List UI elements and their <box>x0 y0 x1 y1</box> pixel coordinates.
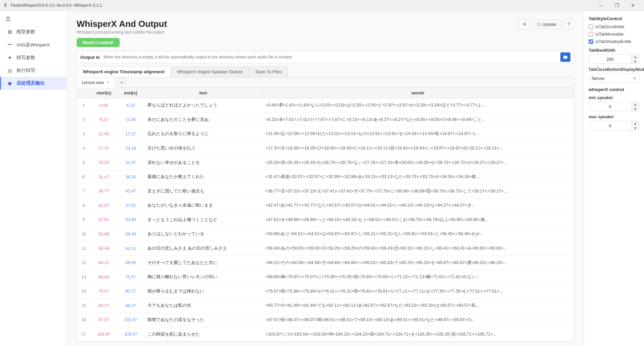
sidebar-item-execute-transcribe[interactable]: ◎执行转写 <box>0 64 67 77</box>
cell-end: 69.69 <box>117 256 144 270</box>
table-row: 3 11.95 17.37 忘れたものを取りに帰るように <11.95>忘<12… <box>77 127 574 141</box>
tab-close-btn-dropdown[interactable]: Nerver ▼ <box>589 74 639 83</box>
mac-speaker-down[interactable]: ▼ <box>632 126 639 130</box>
theme-toggle-button[interactable]: ☀ <box>519 19 530 30</box>
cell-start: 75.57 <box>90 284 117 299</box>
cell-end: 75.57 <box>117 270 144 284</box>
titlebar-controls: ─ ❐ ✕ <box>593 0 641 11</box>
cell-words: <25.33>戻<26.33>;<26.33>わ<26.75>;<26.75>な… <box>262 156 574 170</box>
cell-text: 未だにあなたのことを夢に見ぬ <box>144 113 262 127</box>
update-button[interactable]: ⬡ Update <box>532 20 561 29</box>
table-row: 6 31.47 36.35 最後にあなたが教えてくれた <31.47>最後<32… <box>77 170 574 184</box>
help-button[interactable]: ? <box>563 19 574 30</box>
tab-max-width-up[interactable]: ▲ <box>632 54 639 59</box>
output-to-input[interactable] <box>103 55 557 59</box>
app-container: ☰ ⊞模型参数〜VAD及WhisperX✦转写参数◎执行转写◈后处理及输出 Wh… <box>0 11 644 346</box>
minimize-button[interactable]: ─ <box>593 0 608 11</box>
cell-num: 9 <box>77 213 90 227</box>
table-row: 14 75.57 80.77 雨が降り止むまでは帰れない <75.57>雨<75… <box>77 284 574 299</box>
cell-num: 5 <box>77 156 90 170</box>
cell-text: 古びた思い出の埃を払う <box>144 141 262 156</box>
cell-end: 58.49 <box>117 227 144 242</box>
app-icon: 🎙 <box>3 3 8 8</box>
table-row: 9 47.61 53.89 きっともうこれ以上傷つくことなど <47.61>き<… <box>77 213 574 227</box>
tab-max-width-spinner[interactable]: 200 ▲ ▼ <box>589 54 639 64</box>
titlebar-title: FasterWhisperGUI-0.3.0--fw-0.9.0--Whispe… <box>8 3 593 8</box>
cell-end: 36.35 <box>117 170 144 184</box>
sidebar-item-vad-whisperx[interactable]: 〜VAD及WhisperX <box>0 38 67 51</box>
right-panel: TabStyleControl isTabScrollAble isTabMov… <box>584 11 644 346</box>
sidebar-item-post-output[interactable]: ◈后处理及输出 <box>0 77 67 90</box>
tab-close-btn-value: Nerver <box>592 76 605 81</box>
tab-max-width-down[interactable]: ▼ <box>632 59 639 64</box>
cell-words: <47.61>き<48.89>;<48.89>っと<49.15>;<49.15>… <box>262 213 574 227</box>
results-table: start(s) end(s) text words 1 0.69 6.23 夢… <box>77 88 574 342</box>
cell-num: 15 <box>77 299 90 313</box>
tab-style-control-title: TabStyleControl <box>589 16 639 21</box>
cell-end: 64.21 <box>117 241 144 256</box>
table-row: 17 103.97 109.57 この時節を彩に染まらせた <103.97>この… <box>77 327 574 342</box>
col-end: end(s) <box>117 88 144 98</box>
cell-words: <31.47>最後<32.07>;<32.07>に<32.99>;<32.99>… <box>262 170 574 184</box>
cell-num: 6 <box>77 170 90 184</box>
mac-speaker-spinner[interactable]: 0 ▲ ▼ <box>589 121 639 130</box>
add-file-tab-button[interactable]: + <box>117 78 126 87</box>
cell-words: <17.37>古<18.05>;<18.05>び<18.45>;<18.45>た… <box>262 141 574 156</box>
cell-text: そのすべてを愛してたあなたと共に <box>144 256 262 270</box>
sidebar-icon-vad-whisperx: 〜 <box>6 42 13 48</box>
checkbox-isTabScrollAble[interactable] <box>589 25 593 29</box>
checkbox-label-isTabScrollAble: isTabScrollAble <box>596 25 624 29</box>
cell-text: あなたがいなきゃ永遠に暗いまま <box>144 199 262 213</box>
cell-words: <103.97>この<103.54>;<103.54>時<104.23>;<10… <box>262 327 574 342</box>
cell-start: 58.49 <box>90 241 117 256</box>
cell-words: <97.57>暗<98.07>;<98.07>闇<98.51>;<98.51>で… <box>262 313 574 327</box>
min-speaker-label: min speaker <box>589 95 639 100</box>
checkbox-isTabShadowEnble[interactable] <box>589 39 593 44</box>
min-speaker-up[interactable]: ▲ <box>632 102 639 106</box>
close-tab-icon[interactable]: ✕ <box>106 81 109 84</box>
close-button[interactable]: ✕ <box>625 0 641 11</box>
sidebar-menu-icon[interactable]: ☰ <box>1 12 15 26</box>
tab-timestamp[interactable]: WhisperX engine Timestamp alignment <box>77 67 171 77</box>
table-panel: Lemon.wav ✕ + start(s) end(s) text words <box>77 77 574 342</box>
cell-words: <75.57>雨<75.89>;<75.89>が<76.31>;<76.31>降… <box>262 284 574 299</box>
mac-speaker-label: mac speaker <box>589 115 639 119</box>
cell-words: <69.69>胸<70.07>;<70.07>に<70.35>;<70.35>残… <box>262 270 574 284</box>
cell-end: 53.89 <box>117 213 144 227</box>
cell-words: <0.69>夢<1.43>;<1.43>なら<2.03>;<2.03>ば<2.5… <box>262 98 574 113</box>
table-row: 7 36.77 42.47 言えずに隠してた暗い過去も <36.77>言<37.… <box>77 184 574 199</box>
cell-start: 31.47 <box>90 170 117 184</box>
col-words: words <box>262 88 574 98</box>
mac-speaker-up[interactable]: ▲ <box>632 121 639 126</box>
table-row: 10 53.89 58.49 ありはしないとわかっている <53.89>あり<5… <box>77 227 574 242</box>
maximize-button[interactable]: ❐ <box>609 0 625 11</box>
cell-end: 6.23 <box>117 98 144 113</box>
cell-words: <58.49>あの<59.03>;<59.03>日<59.25>;<59.25>… <box>262 241 574 256</box>
checkbox-row-isTabMoveable: isTabMoveable <box>589 32 639 37</box>
cell-num: 17 <box>77 327 90 342</box>
table-row: 11 58.49 64.21 あの日の悲しみさえ あの日の苦しみさえ <58.4… <box>77 241 574 256</box>
cell-start: 0.69 <box>90 98 117 113</box>
cell-end: 86.37 <box>117 299 144 313</box>
col-text: text <box>144 88 262 98</box>
tab-speaker[interactable]: WhisperX engine Speaker Diarize <box>171 67 249 77</box>
cell-num: 16 <box>77 313 90 327</box>
table-row: 1 0.69 6.23 夢ならばどれほどよかったでしょう <0.69>夢<1.4… <box>77 98 574 113</box>
min-speaker-down[interactable]: ▼ <box>632 106 639 111</box>
sidebar-icon-post-output: ◈ <box>6 80 13 86</box>
cell-end: 31.47 <box>117 156 144 170</box>
sidebar-item-transcribe-params[interactable]: ✦转写参数 <box>0 51 67 64</box>
col-num <box>77 88 90 98</box>
min-speaker-spinner[interactable]: 0 ▲ ▼ <box>589 102 639 111</box>
sidebar-item-model-params[interactable]: ⊞模型参数 <box>0 26 67 38</box>
file-tab-lemon[interactable]: Lemon.wav ✕ <box>77 78 114 88</box>
checkbox-isTabMoveable[interactable] <box>589 32 593 37</box>
cell-text: ありはしないとわかっている <box>144 227 262 242</box>
page-header: WhisperX And Output WhisperX post-proces… <box>67 11 584 51</box>
model-loaded-button[interactable]: Model Loaded! <box>77 38 120 47</box>
output-folder-button[interactable] <box>560 52 570 62</box>
tab-save[interactable]: Save To Files <box>249 67 288 77</box>
sidebar-icon-transcribe-params: ✦ <box>6 55 13 61</box>
cell-text: 夢ならばどれほどよかったでしょう <box>144 98 262 113</box>
cell-words: <11.95>忘<12.59>;<12.59>れた<13.01>;<13.01>… <box>262 127 574 141</box>
